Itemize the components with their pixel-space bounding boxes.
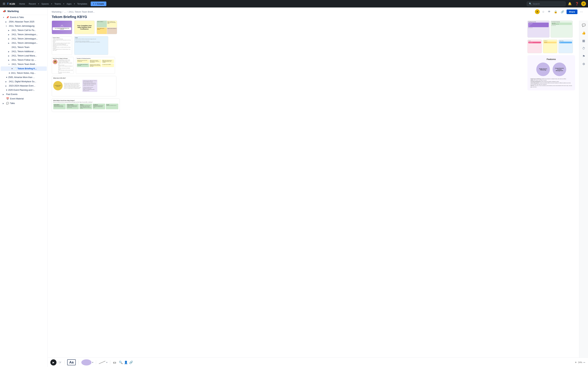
more-options-button[interactable]: ⋯: [579, 9, 584, 14]
sidebar-item-jahrestagun-3[interactable]: ▶ 2411, Tekom Jahrestagun...: [1, 41, 47, 45]
nav-recent[interactable]: Recent: [27, 1, 37, 6]
cursor-tool[interactable]: ☞: [59, 360, 61, 365]
line-tool[interactable]: [99, 361, 106, 364]
zoom-out-button[interactable]: −: [583, 360, 585, 364]
sidebar-label: Events & Talks: [10, 16, 45, 18]
nav-teams[interactable]: Teams: [53, 1, 62, 6]
sidebar-item-tekom-team[interactable]: ▶ 2411, Tekom Team: [1, 45, 47, 49]
settings-icon[interactable]: ⚙: [582, 61, 586, 67]
link-tool[interactable]: 🔗: [129, 360, 133, 364]
persona-content: 👩 What does Maggie do and care about? • …: [53, 59, 73, 74]
user-tool[interactable]: 👤: [124, 360, 128, 364]
slide-unique[interactable]: What Makes Scroll User Help Unique? Why …: [52, 98, 120, 112]
bell-icon[interactable]: 🔔: [567, 1, 573, 6]
slide-todo[interactable]: To Do: Capture your ideas, reflections a…: [74, 36, 108, 55]
star-button[interactable]: ☆: [541, 9, 545, 14]
slide-goals[interactable]: Goals for Tekom: • Leads: Let's try to g…: [52, 36, 72, 55]
sidebar-item-event-material[interactable]: ▶ 📅 Event Material: [1, 97, 47, 101]
slide-purple[interactable]: K15t presentation Your Complete User Hel…: [52, 21, 72, 34]
help-icon[interactable]: ❓: [574, 1, 580, 6]
sidebar-item-lead-mana[interactable]: ▶ 2411, Tekom Lead Mana...: [1, 54, 47, 58]
sidebar-item-tekom-briefing-active[interactable]: 📄 Tekom Briefing K...: [1, 67, 47, 71]
play-button[interactable]: ▶: [50, 359, 56, 366]
sidebar: 📣 Marketing ▼ 📌 Events & Talks ▶ 2504, A…: [0, 8, 48, 367]
search-bar[interactable]: 🔍: [527, 1, 566, 6]
sidebar-header[interactable]: 📣 Marketing: [0, 8, 47, 15]
bullet-icon: [9, 73, 10, 74]
breadcrumb-marketing[interactable]: Marketing: [52, 10, 61, 13]
restrict-button[interactable]: 🔒: [553, 9, 558, 14]
screenshot-4[interactable]: confluence help center: [543, 40, 557, 53]
shape-chevron-icon[interactable]: ▾: [92, 361, 93, 364]
slide-persona[interactable]: Tekom Persona: Maggie the Manager 👩 What…: [52, 57, 74, 74]
screenshot-2[interactable]: Scrolls Apache Sling Help Apache Slingdo…: [551, 21, 573, 38]
comments-icon[interactable]: 💬: [581, 23, 586, 28]
grid-icon[interactable]: ⊞: [2, 1, 6, 6]
sidebar-item-additional[interactable]: ▶ 2411, Tekom Additional ...: [1, 50, 47, 53]
col-text: Value Confluence, so your team is alread…: [54, 105, 65, 107]
chevron-right-icon: ▶: [8, 34, 10, 35]
flag-icon[interactable]: ⚑: [582, 54, 586, 59]
screenshot-5[interactable]: apache-sling docs: [558, 40, 573, 53]
sidebar-item-almarise[interactable]: 2505, Almarise More than ...: [1, 75, 47, 79]
search-input[interactable]: [533, 2, 563, 5]
page-author-avatar[interactable]: A: [535, 9, 540, 14]
screenshot-1[interactable]: Scroll Help Center K15t Help Center ⚙ ✦ …: [527, 21, 550, 38]
zoom-in-button[interactable]: +: [575, 360, 577, 364]
share-button[interactable]: Share: [567, 9, 578, 14]
sidebar-item-2411-jahres[interactable]: ▼ 2411, Tekom Jahrestagung: [1, 24, 47, 28]
logo[interactable]: // K15t: [7, 2, 15, 5]
sidebar-item-2504[interactable]: ▶ 2504, Atlassian Team 2025: [1, 20, 47, 24]
create-icon: +: [93, 2, 95, 5]
sidebar-item-events-talks[interactable]: ▼ 📌 Events & Talks: [1, 15, 47, 19]
sidebar-item-digital-wp[interactable]: ▶ 2411, Digital Workplace Su...: [1, 80, 47, 83]
sidebar-label: 2025 Event Planning and I...: [8, 89, 45, 91]
sidebar-label: 2411, Tekom Follow Up ...: [12, 59, 45, 61]
table-icon[interactable]: ▦: [581, 38, 586, 43]
frame-tool[interactable]: ▭: [113, 360, 116, 365]
sidebar-label: Event Material: [10, 98, 45, 100]
q3: What is your current process of finding …: [102, 59, 114, 63]
link-button[interactable]: 🔗: [560, 9, 565, 14]
nav-home[interactable]: Home: [18, 1, 26, 6]
sidebar-item-past-events[interactable]: ▶ Past Events: [1, 92, 47, 96]
apps-chevron: ▾: [74, 3, 75, 5]
search-tool[interactable]: 🔍: [119, 360, 123, 364]
screenshot-3[interactable]: use-live documentation: [527, 40, 542, 53]
slide-yellow-hero[interactable]: Your Complete User Help Solution from Co…: [74, 21, 95, 34]
shape-tool[interactable]: [81, 359, 92, 366]
slide-k15t-offer[interactable]: What does K15t offer? Scroll User Help f…: [52, 76, 116, 96]
watch-button[interactable]: 👁: [547, 9, 552, 14]
content-scroll[interactable]: K15t presentation Your Complete User Hel…: [48, 21, 579, 358]
slide-inner: Your Complete User Help Solution from Co…: [52, 27, 71, 30]
sidebar-item-notes-imp[interactable]: 2411, Tekom Notes, Imp...: [1, 71, 47, 75]
sidebar-item-2023-atlassian[interactable]: ▶ 2023-2024 Atlassian Even...: [1, 84, 47, 88]
line-chevron-icon[interactable]: ▾: [106, 361, 107, 364]
cell-text: Built on Confluence: [97, 21, 106, 22]
nav-spaces[interactable]: Spaces: [40, 1, 50, 6]
breadcrumb-ellipsis[interactable]: ...: [64, 10, 66, 13]
breadcrumb-current[interactable]: 2411, Tekom Team Briefi...: [69, 10, 95, 13]
nav-apps[interactable]: Apps: [65, 1, 73, 6]
sidebar-item-team-briefi[interactable]: ▼ 2411, Tekom Team Briefi...: [1, 62, 47, 66]
col-text: Centralize your documentation efforts in…: [67, 105, 78, 108]
feature-label-2: Comprehensive Content Management: [554, 68, 565, 71]
sidebar-item-2025-event[interactable]: 2025 Event Planning and I...: [1, 88, 47, 92]
thumbsup-icon[interactable]: 👍: [581, 30, 586, 35]
ss2-label: Scrolls Apache Sling Help: [551, 21, 572, 22]
create-button[interactable]: + + Create: [91, 1, 106, 6]
slide-clarifying[interactable]: Examples of Clarifying Questions: What k…: [76, 57, 115, 74]
slide-grid[interactable]: Built on Confluence Built on Confluence,…: [97, 21, 117, 34]
sidebar-item-jahrestagun-1[interactable]: ▶ 2411, Tekom Jahrestagun...: [1, 33, 47, 36]
user-avatar[interactable]: U: [581, 1, 586, 6]
sidebar-item-jahrestagun-2[interactable]: ▶ 2411, Tekom Jahrestagun...: [1, 37, 47, 41]
chevron-right-icon: ▶: [5, 81, 8, 83]
text-tool[interactable]: Aa: [67, 359, 76, 365]
sidebar-item-follow-up[interactable]: ▶ 2411, Tekom Follow Up ...: [1, 58, 47, 62]
sidebar-label: 2411, Tekom Jahrestagun...: [12, 33, 45, 36]
sidebar-item-call-for-pa[interactable]: ▶ 2411, Tekom Call for Pa...: [1, 28, 47, 32]
sidebar-item-talks[interactable]: ▶ 💬 Talks: [1, 101, 47, 106]
col-security: Security Built on the trusted Atlassian …: [106, 104, 118, 109]
nav-templates[interactable]: Templates: [76, 1, 89, 6]
clock-icon[interactable]: ⏱: [581, 46, 586, 51]
